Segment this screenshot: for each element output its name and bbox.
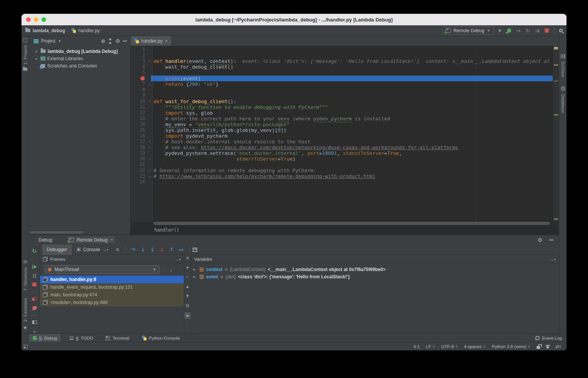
- float-panel-icon[interactable]: →▪: [175, 257, 181, 261]
- code-line[interactable]: 13 # enter the correct path here to your…: [130, 116, 553, 122]
- stripe-mark[interactable]: [554, 64, 558, 66]
- stripe-mark[interactable]: [554, 81, 558, 82]
- tool-window-tab-5-debug[interactable]: 5: Debug: [29, 334, 61, 342]
- stripe-mark[interactable]: [554, 219, 558, 220]
- frame-row[interactable]: handle_event_request, bootstrap.py:131: [40, 283, 184, 291]
- debug-session-tab[interactable]: Remote Debug ×: [66, 237, 116, 243]
- status-item[interactable]: 4 spaces⇕: [464, 344, 486, 349]
- breadcrumb-project[interactable]: lambda_debug: [33, 28, 65, 33]
- highlighting-level-icon[interactable]: [545, 344, 550, 349]
- sync-icon[interactable]: ⇄?: [555, 344, 561, 349]
- error-stripe[interactable]: [553, 46, 559, 222]
- show-watches-icon[interactable]: ∞: [185, 312, 191, 319]
- float-panel-icon[interactable]: →▪: [550, 257, 556, 261]
- variable-row[interactable]: ▸context = {LambdaContext} <__main__.Lam…: [191, 266, 559, 273]
- code-line[interactable]: 3▿def handler(event, context): event: <c…: [130, 58, 553, 64]
- editor-breadcrumb[interactable]: handler(): [130, 225, 559, 235]
- fold-marker-icon[interactable]: ▵: [147, 173, 152, 179]
- add-watch-icon[interactable]: ＋: [185, 265, 190, 270]
- run-button[interactable]: [499, 29, 502, 33]
- frame-row[interactable]: <module>, bootstrap.py:486: [40, 299, 184, 306]
- debug-button[interactable]: [507, 28, 511, 33]
- tool-window-tab-terminal[interactable]: Terminal: [102, 334, 132, 342]
- step-into-icon[interactable]: ↓: [138, 247, 148, 253]
- code-line[interactable]: 18▵ # see also: https://docs.docker.com/…: [130, 145, 553, 150]
- code-line[interactable]: 23▵# https://www.jetbrains.com/help/pych…: [130, 173, 553, 179]
- code-line[interactable]: 19 pydevd_pycharm.settrace('host.docker.…: [130, 150, 553, 156]
- zoom-window-button[interactable]: [41, 17, 46, 22]
- project-horizontal-scrollbar[interactable]: [30, 231, 83, 233]
- minimize-window-button[interactable]: [34, 17, 38, 22]
- pause-icon[interactable]: [33, 274, 36, 278]
- code-line[interactable]: 11 """Utility function to enable debuggi…: [130, 104, 553, 110]
- code-line[interactable]: 9: [130, 93, 553, 99]
- fold-marker-icon[interactable]: ▿: [147, 168, 152, 173]
- evaluate-expression-icon[interactable]: [193, 248, 197, 252]
- fold-marker-icon[interactable]: ▵: [147, 145, 152, 150]
- fold-marker-icon[interactable]: ▵: [147, 81, 152, 87]
- scroll-to-end-icon[interactable]: →▪: [102, 247, 108, 252]
- thread-selector[interactable]: MainThread ▼: [45, 265, 160, 274]
- more-actions-icon[interactable]: »: [33, 329, 35, 334]
- duplicate-watch-icon[interactable]: ⧉: [186, 303, 189, 308]
- tool-window-switcher-icon[interactable]: [24, 345, 28, 348]
- step-into-my-code-icon[interactable]: ⇓: [148, 247, 157, 253]
- hide-panel-icon[interactable]: [549, 240, 553, 240]
- search-everywhere-icon[interactable]: [559, 29, 563, 32]
- resume-icon[interactable]: [32, 265, 37, 269]
- run-config-selector[interactable]: Remote Debug ▼: [442, 26, 494, 35]
- run-to-cursor-icon[interactable]: ↦: [177, 247, 186, 253]
- next-frame-icon[interactable]: ↓: [170, 267, 173, 273]
- code-line[interactable]: 5: [130, 70, 553, 76]
- code-line[interactable]: 2: [130, 53, 553, 58]
- status-item[interactable]: UTF-8⇕: [441, 344, 458, 349]
- hide-panel-icon[interactable]: [123, 41, 127, 41]
- chevron-down-icon[interactable]: ▼: [58, 39, 61, 43]
- fold-marker-icon[interactable]: ▿: [147, 99, 152, 104]
- previous-frame-icon[interactable]: ↑: [164, 267, 166, 273]
- force-step-into-icon[interactable]: ↓: [157, 247, 167, 253]
- tool-window-button-favorites[interactable]: 2: Favorites: [23, 298, 28, 322]
- frame-row[interactable]: handler, handler.py:6: [40, 276, 184, 283]
- view-breakpoints-icon[interactable]: [32, 297, 37, 301]
- tab-debugger[interactable]: Debugger: [42, 245, 72, 255]
- frame-row[interactable]: main, bootstrap.py:474: [40, 291, 184, 299]
- code-line[interactable]: 17▿ # host.docker.internal should resolv…: [130, 139, 553, 145]
- code-line[interactable]: 7▵ return {200: "ok"}: [130, 81, 553, 87]
- fold-marker-icon[interactable]: ▿: [147, 58, 152, 64]
- tool-window-button-structure[interactable]: 7: Structure: [23, 267, 28, 291]
- close-icon[interactable]: ×: [165, 38, 168, 43]
- expand-arrow-icon[interactable]: ▸: [35, 49, 39, 53]
- tool-window-button-project[interactable]: 1: Project: [23, 45, 28, 64]
- tool-window-button-database[interactable]: Database: [561, 94, 565, 113]
- fold-marker-icon[interactable]: ▿: [147, 139, 152, 145]
- code-line[interactable]: 1: [130, 47, 553, 53]
- gear-icon[interactable]: ⚙: [115, 38, 120, 44]
- unlock-icon[interactable]: [537, 346, 540, 349]
- mute-breakpoints-icon[interactable]: [32, 306, 37, 310]
- step-out-icon[interactable]: ↑: [167, 247, 177, 253]
- status-item[interactable]: Python 3.8 (venv)⇕: [492, 344, 530, 349]
- expand-arrow-icon[interactable]: ▸: [35, 56, 39, 61]
- code-line[interactable]: 4 wait_for_debug_client(): [130, 64, 553, 70]
- code-line[interactable]: 14 my_venv = "venv/lib/python*/site-pack…: [130, 122, 553, 127]
- breakpoint-dot[interactable]: [140, 76, 145, 81]
- editor-tab-handler-py[interactable]: handler.py ×: [130, 36, 171, 46]
- attach-to-process-icon[interactable]: ↪: [516, 28, 521, 34]
- code-area[interactable]: 123▿def handler(event, context): event: …: [130, 46, 559, 222]
- project-tree-item[interactable]: ▸External Libraries: [29, 55, 130, 62]
- step-over-icon[interactable]: ↷: [129, 247, 138, 253]
- locate-file-icon[interactable]: ⊕: [101, 38, 106, 44]
- code-line[interactable]: 12 import sys, glob: [130, 110, 553, 116]
- move-watch-down-icon[interactable]: ▼: [186, 293, 189, 299]
- scrollbar-thumb[interactable]: [154, 222, 550, 225]
- variable-row[interactable]: ▸event = {dict} <class 'dict'>: {'messag…: [191, 273, 559, 280]
- code-line[interactable]: 10▿def wait_for_debug_client():: [130, 99, 553, 104]
- close-window-button[interactable]: [26, 17, 31, 22]
- code-line[interactable]: 20▵ stderrToServer=True): [130, 156, 553, 162]
- status-item[interactable]: 6:1: [414, 344, 420, 349]
- gear-icon[interactable]: ⚙: [537, 237, 542, 243]
- stop-icon[interactable]: [32, 283, 36, 286]
- tool-window-tab-python-console[interactable]: Python Console: [138, 334, 183, 342]
- tab-console[interactable]: Console →▪: [72, 245, 113, 255]
